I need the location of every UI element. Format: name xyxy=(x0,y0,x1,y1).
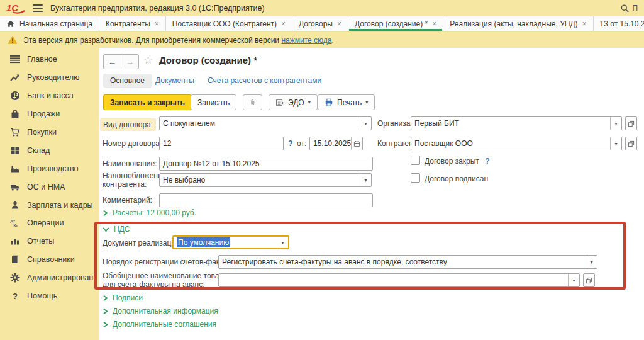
chevron-down-icon[interactable]: ▾ xyxy=(610,117,621,130)
sidebar-item-pokupki[interactable]: Покупки xyxy=(0,123,99,142)
sidebar-item-label: Руководителю xyxy=(27,73,79,82)
tab-dogovory[interactable]: Договоры × xyxy=(292,16,348,31)
back-button[interactable]: ← xyxy=(104,55,121,69)
tax-value: Не выбрано xyxy=(160,174,360,186)
dt-kt-icon: ДтКт xyxy=(10,218,20,228)
number-input[interactable]: 12 xyxy=(159,137,284,150)
sales-bag-icon xyxy=(10,109,20,119)
sidebar-item-otchety[interactable]: Отчеты xyxy=(0,232,99,251)
app-window: 1С Бухгалтерия предприятия, редакция 3.0… xyxy=(0,0,644,340)
additional-info-label: Дополнительная информация xyxy=(113,307,218,315)
tab-dogovor-sozdanie[interactable]: Договор (создание) * × xyxy=(348,16,443,31)
edo-button[interactable]: ЭДО ▾ xyxy=(269,94,318,110)
menu-lines-icon xyxy=(10,54,20,64)
tab-label: Договоры xyxy=(299,20,333,28)
sidebar-item-zarplata-i-kadry[interactable]: Зарплата и кадры xyxy=(0,196,99,214)
close-icon[interactable]: × xyxy=(281,20,286,28)
sidebar-item-label: Производство xyxy=(27,164,79,173)
contract-signed-checkbox[interactable]: Договор подписан xyxy=(411,173,488,183)
attachments-button[interactable] xyxy=(243,94,262,110)
save-button[interactable]: Записать xyxy=(191,94,236,110)
tab-13-dogovor[interactable]: 13 от 15.10.2025 (Договор) × xyxy=(594,16,644,31)
tab-realizaciya[interactable]: Реализация (акты, накладные, УПД) × xyxy=(443,16,593,31)
close-icon[interactable]: × xyxy=(432,20,436,28)
organization-select[interactable]: Первый БИТ ▾ xyxy=(411,116,622,130)
checkbox-icon[interactable] xyxy=(411,173,420,183)
sidebar-item-pomoshch[interactable]: ? Помощь xyxy=(0,287,99,305)
sidebar-item-prodazhi[interactable]: Продажи xyxy=(0,105,99,123)
calculations-label: Расчеты: 12 000,00 руб. xyxy=(113,208,196,217)
number-help-icon[interactable]: ? xyxy=(288,139,292,148)
contract-closed-help-icon[interactable]: ? xyxy=(485,157,489,166)
sidebar-item-proizvodstvo[interactable]: Производство xyxy=(0,159,99,178)
sidebar-item-label: Склад xyxy=(27,146,50,155)
global-search[interactable]: П xyxy=(620,4,638,13)
invoice-order-select[interactable]: Регистрировать счета-фактуры на аванс в … xyxy=(218,255,597,269)
additional-info-section-toggle[interactable]: Дополнительная информация xyxy=(103,307,218,315)
nds-label: НДС xyxy=(114,225,130,234)
number-value: 12 xyxy=(160,137,283,150)
chevron-down-icon[interactable]: ▾ xyxy=(360,117,371,130)
tab-home[interactable]: Начальная страница xyxy=(0,16,99,31)
tab-label: Реализация (акты, накладные, УПД) xyxy=(450,20,577,28)
generic-name-label-line1: Обобщенное наименование товаров xyxy=(103,271,231,280)
favorite-star-icon[interactable]: ☆ xyxy=(143,54,153,67)
nds-section-toggle[interactable]: НДС xyxy=(103,225,130,234)
chevron-down-icon[interactable]: ▾ xyxy=(568,274,579,286)
close-icon[interactable]: × xyxy=(582,20,587,28)
contract-closed-checkbox[interactable]: Договор закрыт ? xyxy=(411,156,490,166)
sidebar-item-sklad[interactable]: Склад xyxy=(0,141,99,159)
chevron-down-icon[interactable]: ▾ xyxy=(610,137,621,150)
open-link-icon xyxy=(586,277,592,284)
sidebar-item-label: Банк и касса xyxy=(27,91,74,100)
paperclip-icon xyxy=(250,98,255,107)
sidebar-item-bank-i-kassa[interactable]: Банк и касса xyxy=(0,87,99,105)
chevron-down-icon[interactable]: ▾ xyxy=(277,237,288,248)
counterparty-open-button[interactable] xyxy=(625,137,637,150)
sidebar-item-administrirovanie[interactable]: Администрирование xyxy=(0,269,99,287)
sidebar-item-glavnoe[interactable]: Главное xyxy=(0,50,99,69)
close-icon[interactable]: × xyxy=(337,20,341,28)
form-tab-osnovnoe[interactable]: Основное xyxy=(103,74,152,88)
kind-select[interactable]: С покупателем ▾ xyxy=(159,116,372,130)
close-icon[interactable]: × xyxy=(155,20,159,28)
sidebar-item-operacii[interactable]: ДтКт Операции xyxy=(0,214,99,232)
generic-name-select[interactable]: ▾ xyxy=(218,273,580,287)
organization-open-button[interactable] xyxy=(625,116,637,130)
signatures-section-toggle[interactable]: Подписи xyxy=(103,293,143,302)
chevron-down-icon[interactable]: ▾ xyxy=(360,174,371,186)
tax-select[interactable]: Не выбрано ▾ xyxy=(159,173,372,187)
print-label: Печать xyxy=(337,98,362,107)
comment-input[interactable] xyxy=(159,193,373,207)
generic-name-open-button[interactable] xyxy=(583,273,595,287)
name-value: Договор №12 от 15.10.2025 xyxy=(160,157,372,170)
contract-form: ← → ☆ Договор (создание) * Основное Доку… xyxy=(94,48,644,340)
chevron-down-icon: ▾ xyxy=(308,99,311,105)
main-menu-icon[interactable] xyxy=(33,4,43,12)
date-input[interactable]: 15.10.2025 xyxy=(309,137,363,150)
form-tab-scheta-raschetov[interactable]: Счета расчетов с контрагентами xyxy=(208,76,321,85)
sidebar-item-rukovoditelyu[interactable]: Руководителю xyxy=(0,69,99,87)
warning-link[interactable]: нажмите сюда xyxy=(281,36,331,45)
sidebar-item-os-i-nma[interactable]: ОС и НМА xyxy=(0,178,99,196)
chevron-down-icon xyxy=(103,227,109,232)
additional-agreements-section-toggle[interactable]: Дополнительные соглашения xyxy=(103,320,216,329)
save-and-close-button[interactable]: Записать и закрыть xyxy=(103,94,192,110)
sidebar-item-spravochniki[interactable]: Справочники xyxy=(0,251,99,269)
checkbox-icon[interactable] xyxy=(411,156,420,165)
chevron-down-icon[interactable]: ▾ xyxy=(586,256,597,268)
forward-button[interactable]: → xyxy=(121,55,138,69)
tab-kontragenty[interactable]: Контрагенты × xyxy=(99,16,166,31)
doc-realization-label: Документ реализации: xyxy=(103,239,182,247)
form-tab-dokumenty[interactable]: Документы xyxy=(155,76,194,85)
calendar-icon[interactable] xyxy=(351,137,362,150)
doc-realization-select[interactable]: По умолчанию ▾ xyxy=(172,235,289,249)
counterparty-select[interactable]: Поставщик ООО ▾ xyxy=(411,137,622,150)
sidebar-item-label: Справочники xyxy=(27,255,75,264)
print-button[interactable]: Печать ▾ xyxy=(318,94,375,110)
tab-postavshchik[interactable]: Поставщик ООО (Контрагент) × xyxy=(166,16,292,31)
generic-name-label-line2: для счета-фактуры на аванс: xyxy=(103,280,205,289)
name-input[interactable]: Договор №12 от 15.10.2025 xyxy=(159,157,373,171)
person-icon xyxy=(10,200,20,210)
calculations-section-toggle[interactable]: Расчеты: 12 000,00 руб. xyxy=(103,208,196,217)
